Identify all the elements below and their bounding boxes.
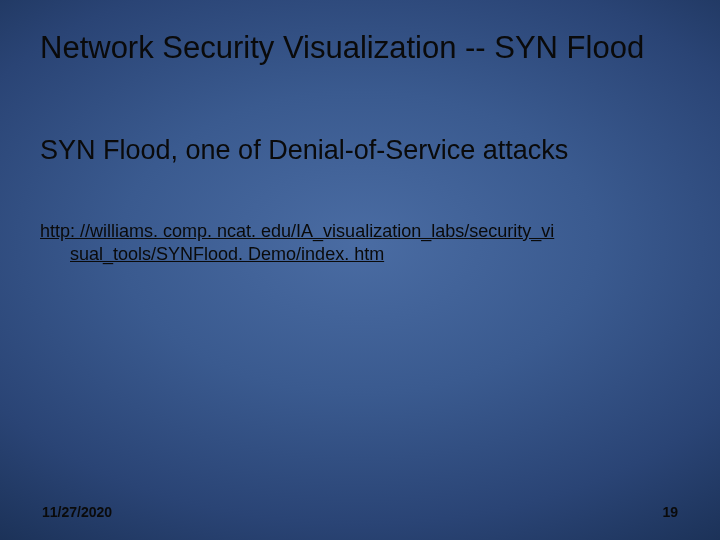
footer-date: 11/27/2020 [42, 504, 112, 520]
slide-subtitle: SYN Flood, one of Denial-of-Service atta… [40, 135, 680, 166]
footer-page-number: 19 [662, 504, 678, 520]
link-line-1: http: //williams. comp. ncat. edu/IA_vis… [40, 221, 554, 241]
slide-title: Network Security Visualization -- SYN Fl… [40, 30, 680, 66]
reference-link[interactable]: http: //williams. comp. ncat. edu/IA_vis… [40, 220, 670, 267]
slide-container: Network Security Visualization -- SYN Fl… [0, 0, 720, 540]
link-line-2: sual_tools/SYNFlood. Demo/index. htm [40, 243, 670, 266]
